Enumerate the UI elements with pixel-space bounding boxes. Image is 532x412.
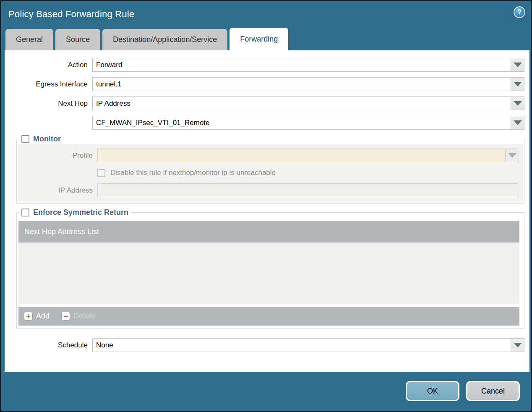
help-glyph: ? — [517, 8, 522, 16]
monitor-group: Monitor Profile Disable this rule if nex… — [16, 135, 524, 204]
ok-button[interactable]: OK — [406, 381, 459, 401]
enforce-symmetric-return-legend: Enforce Symmetric Return — [18, 208, 131, 217]
tab-strip: General Source Destination/Application/S… — [1, 27, 531, 50]
egress-interface-row: Egress Interface — [5, 77, 524, 91]
add-button[interactable]: + Add — [24, 312, 50, 321]
next-hop-address-list-header: Next Hop Address List — [18, 221, 519, 243]
monitor-ip-address-input — [97, 183, 519, 197]
monitor-ip-address-row: IP Address — [18, 183, 519, 197]
schedule-dropdown-button[interactable] — [511, 338, 524, 352]
chevron-down-icon — [514, 63, 522, 67]
action-input[interactable] — [92, 58, 511, 72]
action-label: Action — [5, 61, 92, 69]
schedule-combobox — [92, 338, 524, 352]
chevron-down-icon — [514, 120, 522, 125]
next-hop-type-dropdown-button[interactable] — [511, 96, 524, 110]
profile-row: Profile — [18, 149, 519, 162]
next-hop-address-row — [5, 116, 524, 130]
profile-combobox — [97, 149, 519, 162]
egress-interface-dropdown-button[interactable] — [511, 77, 524, 91]
action-row: Action — [5, 58, 524, 72]
delete-button: − Delete — [61, 312, 95, 321]
egress-interface-input[interactable] — [92, 77, 511, 91]
profile-label: Profile — [18, 151, 97, 160]
cancel-button[interactable]: Cancel — [466, 381, 520, 401]
next-hop-address-list-toolbar: + Add − Delete — [18, 307, 519, 326]
action-dropdown-button[interactable] — [511, 58, 524, 72]
chevron-down-icon — [514, 82, 522, 86]
schedule-row: Schedule — [5, 338, 524, 352]
policy-based-forwarding-dialog: Policy Based Forwarding Rule ? General S… — [0, 0, 532, 412]
enforce-symmetric-return-checkbox[interactable] — [21, 209, 29, 216]
monitor-title: Monitor — [33, 135, 61, 143]
monitor-panel: Profile Disable this rule if nexthop/mon… — [18, 144, 523, 203]
delete-button-label: Delete — [73, 312, 95, 321]
next-hop-address-list-table: Next Hop Address List + Add − Delete — [18, 221, 519, 326]
dialog-title: Policy Based Forwarding Rule — [8, 9, 134, 20]
tab-general[interactable]: General — [5, 29, 53, 50]
chevron-down-icon — [514, 343, 522, 347]
next-hop-address-list-body[interactable] — [18, 243, 519, 304]
plus-icon: + — [24, 312, 33, 321]
egress-interface-combobox — [92, 77, 524, 91]
profile-input — [97, 149, 506, 162]
next-hop-address-input[interactable] — [92, 116, 511, 130]
help-icon[interactable]: ? — [514, 6, 525, 18]
dialog-titlebar: Policy Based Forwarding Rule ? — [1, 1, 531, 27]
enforce-symmetric-return-title: Enforce Symmetric Return — [33, 208, 128, 217]
add-button-label: Add — [36, 312, 50, 321]
tab-forwarding[interactable]: Forwarding — [229, 28, 288, 50]
action-combobox — [92, 58, 524, 72]
next-hop-type-input[interactable] — [92, 96, 511, 110]
tab-source[interactable]: Source — [55, 29, 100, 50]
forwarding-tab-panel: Action Egress Interface Next Hop — [5, 50, 529, 372]
next-hop-label: Next Hop — [5, 99, 92, 108]
next-hop-type-combobox — [92, 96, 524, 110]
chevron-down-icon — [508, 153, 516, 158]
schedule-label: Schedule — [5, 341, 92, 349]
table-spacer — [18, 304, 519, 307]
dialog-footer: OK Cancel — [1, 371, 531, 411]
tab-destination-application-service[interactable]: Destination/Application/Service — [102, 29, 227, 50]
chevron-down-icon — [514, 101, 522, 106]
minus-icon: − — [61, 312, 70, 321]
disable-rule-label: Disable this rule if nexthop/monitor ip … — [110, 169, 276, 177]
monitor-ip-address-label: IP Address — [18, 186, 97, 195]
next-hop-address-combobox — [92, 116, 524, 130]
disable-rule-row: Disable this rule if nexthop/monitor ip … — [97, 169, 519, 177]
disable-rule-checkbox — [97, 169, 105, 177]
next-hop-address-dropdown-button[interactable] — [511, 116, 524, 130]
egress-interface-label: Egress Interface — [5, 80, 92, 89]
profile-dropdown-button — [505, 149, 519, 162]
next-hop-row: Next Hop — [5, 96, 524, 110]
monitor-legend: Monitor — [18, 135, 64, 143]
monitor-checkbox[interactable] — [21, 135, 29, 143]
schedule-input[interactable] — [92, 338, 511, 352]
enforce-symmetric-return-group: Enforce Symmetric Return Next Hop Addres… — [16, 208, 524, 329]
